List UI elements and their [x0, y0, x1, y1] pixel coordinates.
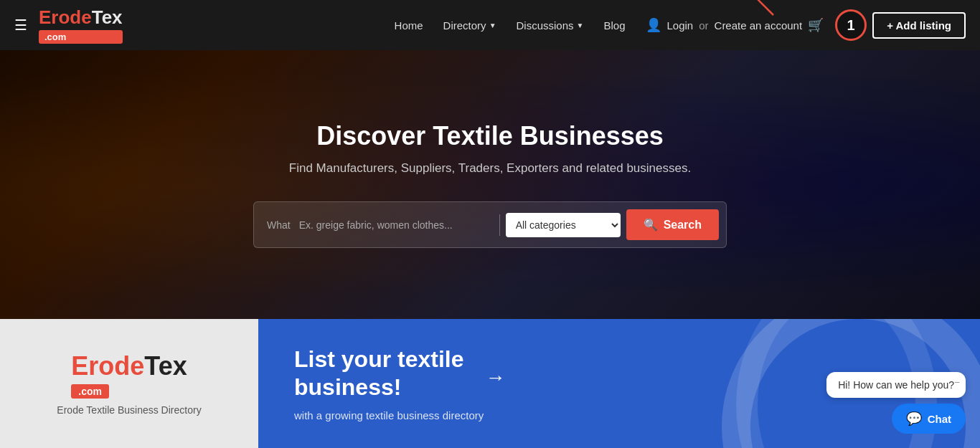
- nav-discussions[interactable]: Discussions ▼: [517, 19, 584, 32]
- nav-auth: 👤 Login or Create an account: [646, 17, 803, 33]
- bottom-dotcom: .com: [71, 384, 109, 399]
- search-box: What All categories Manufacturers Suppli…: [253, 201, 727, 248]
- hero-content: Discover Textile Businesses Find Manufac…: [253, 121, 727, 248]
- bottom-erode-red: Erode: [71, 351, 144, 381]
- search-divider: [499, 214, 500, 236]
- bottom-logo-main: ErodeTex: [71, 351, 187, 381]
- annotation-circle-1: 1: [835, 9, 867, 41]
- chat-widget: Hi! How can we help you? − 💬 Chat: [826, 372, 966, 434]
- logo-erode-red: Erode: [39, 6, 92, 28]
- hero-subtitle: Find Manufacturers, Suppliers, Traders, …: [253, 161, 727, 176]
- chat-bubble-text: Hi! How can we help you?: [838, 379, 954, 391]
- bottom-left-panel: ErodeTex .com Erode Textile Business Dir…: [0, 319, 258, 448]
- bottom-cta-content: List your textilebusiness! → with a grow…: [294, 345, 506, 421]
- nav-directory[interactable]: Directory ▼: [443, 19, 496, 32]
- bottom-cta-arrow[interactable]: →: [486, 366, 506, 389]
- nav-blog[interactable]: Blog: [603, 19, 625, 32]
- nav-links: Home Directory ▼ Discussions ▼ Blog: [395, 19, 626, 32]
- discussions-dropdown-arrow: ▼: [577, 22, 584, 29]
- hamburger-icon[interactable]: ☰: [14, 16, 27, 34]
- logo-erode: ErodeTex: [39, 6, 123, 29]
- chat-close-icon[interactable]: −: [954, 376, 960, 388]
- chat-bubble: Hi! How can we help you? −: [826, 372, 966, 398]
- chat-button-label: Chat: [928, 413, 951, 425]
- search-button[interactable]: 🔍 Search: [626, 209, 719, 240]
- bottom-logo: ErodeTex .com: [71, 351, 187, 399]
- directory-dropdown-arrow: ▼: [489, 22, 496, 29]
- search-what-label: What: [261, 219, 296, 231]
- cart-icon[interactable]: 🛒: [808, 17, 824, 33]
- nav-home[interactable]: Home: [395, 19, 423, 32]
- logo-dotcom: .com: [39, 30, 123, 44]
- bottom-cta-title: List your textilebusiness!: [294, 345, 464, 401]
- search-icon: 🔍: [644, 218, 658, 232]
- category-dropdown[interactable]: All categories Manufacturers Suppliers T…: [506, 213, 621, 237]
- search-input[interactable]: [296, 214, 494, 237]
- hero-section: Discover Textile Businesses Find Manufac…: [0, 50, 980, 319]
- nav-login[interactable]: Login: [667, 19, 694, 32]
- person-icon: 👤: [646, 17, 661, 33]
- add-listing-button[interactable]: + Add listing: [872, 12, 966, 39]
- svg-line-1: [738, 0, 773, 15]
- bottom-cta-subtitle: with a growing textile business director…: [294, 409, 506, 421]
- navbar: ☰ ErodeTex .com Home Directory ▼ Discuss…: [0, 0, 980, 50]
- chat-button[interactable]: 💬 Chat: [892, 404, 966, 434]
- search-button-label: Search: [664, 219, 702, 232]
- messenger-icon: 💬: [906, 411, 922, 426]
- bottom-cta-header: List your textilebusiness! →: [294, 345, 506, 409]
- hero-title: Discover Textile Businesses: [253, 121, 727, 151]
- or-label: or: [699, 19, 708, 32]
- bottom-tagline: Erode Textile Business Directory: [57, 404, 201, 416]
- bottom-erode-text: ErodeTex: [71, 351, 187, 381]
- logo[interactable]: ErodeTex .com: [39, 6, 123, 44]
- nav-create-account[interactable]: Create an account: [715, 19, 803, 32]
